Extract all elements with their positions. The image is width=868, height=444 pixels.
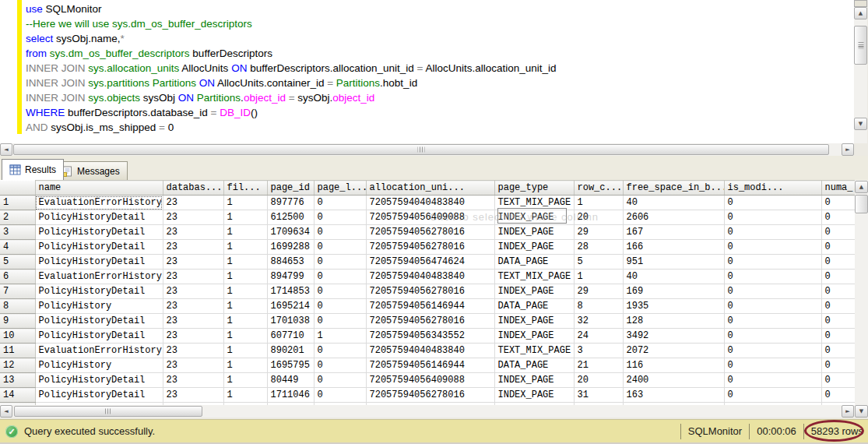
row-number[interactable]: 2 (0, 210, 35, 225)
grid-cell[interactable]: 0 (314, 270, 366, 284)
grid-cell[interactable]: 897776 (267, 196, 314, 210)
grid-cell[interactable]: 40 (623, 270, 724, 284)
grid-cell[interactable]: 72057594056343552 (366, 329, 494, 344)
grid-cell[interactable]: 1 (223, 314, 267, 329)
grid-cell[interactable]: 0 (821, 373, 855, 388)
grid-cell[interactable]: 0 (821, 210, 855, 225)
grid-cell[interactable]: 0 (314, 299, 366, 314)
row-number[interactable]: 1 (0, 196, 35, 210)
row-number[interactable]: 9 (0, 314, 35, 329)
grid-cell[interactable]: 1 (574, 270, 623, 284)
sql-editor[interactable]: use SQLMonitor--Here we will use sys.dm_… (0, 0, 854, 143)
grid-cell[interactable]: 32 (574, 314, 623, 329)
grid-cell[interactable]: 72057594056474624 (366, 255, 494, 270)
grid-cell[interactable]: 40 (623, 196, 724, 210)
grid-cell[interactable]: 0 (314, 284, 366, 299)
grid-column-header[interactable]: page_type (494, 181, 574, 196)
grid-cell[interactable]: 1 (223, 388, 267, 403)
grid-column-header[interactable]: page_id (267, 181, 314, 196)
grid-cell[interactable]: 0 (821, 314, 855, 329)
scroll-up-button[interactable]: ▲ (855, 181, 868, 193)
grid-cell[interactable]: 890201 (267, 344, 314, 358)
grid-cell[interactable]: 3492 (623, 329, 724, 344)
grid-cell[interactable]: PolicyHistoryDetail (35, 240, 163, 255)
grid-cell[interactable]: TEXT_MIX_PAGE (494, 344, 574, 358)
grid-cell[interactable]: PolicyHistoryDetail (35, 329, 163, 344)
grid-cell[interactable]: 0 (314, 255, 366, 270)
grid-cell[interactable]: 0 (821, 225, 855, 240)
grid-cell[interactable]: 1 (223, 255, 267, 270)
grid-cell[interactable]: 23 (163, 225, 223, 240)
grid-cell[interactable]: 1 (223, 225, 267, 240)
grid-cell[interactable]: 884653 (267, 255, 314, 270)
grid-cell[interactable]: 0 (314, 210, 366, 225)
grid-cell[interactable]: 23 (163, 210, 223, 225)
grid-cell[interactable]: 0 (314, 314, 366, 329)
grid-horizontal-scrollbar[interactable]: ◄ ► (0, 405, 855, 418)
row-number[interactable]: 10 (0, 329, 35, 344)
grid-cell[interactable]: DATA_PAGE (494, 299, 574, 314)
grid-cell[interactable]: 1 (223, 299, 267, 314)
grid-cell[interactable]: PolicyHistoryDetail (35, 210, 163, 225)
grid-cell[interactable]: 23 (163, 373, 223, 388)
horizontal-scroll-thumb[interactable] (13, 144, 829, 155)
grid-cell[interactable]: 163 (623, 388, 724, 403)
grid-cell[interactable]: 72057594056278016 (366, 225, 494, 240)
grid-cell[interactable]: 2400 (623, 373, 724, 388)
grid-cell[interactable]: 72057594056146944 (366, 358, 494, 373)
grid-column-header[interactable]: free_space_in_b... (623, 181, 724, 196)
row-number[interactable]: 13 (0, 373, 35, 388)
grid-cell[interactable]: 0 (821, 196, 855, 210)
grid-cell[interactable]: 23 (163, 314, 223, 329)
grid-cell[interactable]: 72057594056278016 (366, 284, 494, 299)
grid-cell[interactable]: 0 (314, 344, 366, 358)
grid-cell[interactable]: 20 (574, 373, 623, 388)
grid-cell[interactable]: 23 (163, 284, 223, 299)
grid-cell[interactable]: 2606 (623, 210, 724, 225)
row-number[interactable]: 14 (0, 388, 35, 403)
grid-cell[interactable]: PolicyHistory (35, 358, 163, 373)
grid-cell[interactable]: 894799 (267, 270, 314, 284)
grid-column-header[interactable]: is_modi... (724, 181, 821, 196)
grid-cell[interactable]: 72057594056278016 (366, 388, 494, 403)
grid-cell[interactable]: 0 (314, 358, 366, 373)
grid-cell[interactable]: 0 (821, 358, 855, 373)
grid-cell[interactable]: 24 (574, 329, 623, 344)
grid-cell[interactable]: 0 (724, 255, 821, 270)
grid-select-all-corner[interactable] (0, 181, 35, 196)
grid-cell[interactable]: 21 (574, 358, 623, 373)
grid-cell[interactable]: 0 (724, 299, 821, 314)
sql-code[interactable]: use SQLMonitor--Here we will use sys.dm_… (26, 2, 851, 135)
grid-cell[interactable]: 1711046 (267, 388, 314, 403)
splitter-handle[interactable] (854, 0, 867, 7)
grid-cell[interactable]: 23 (163, 329, 223, 344)
grid-cell[interactable]: 28 (574, 240, 623, 255)
grid-cell[interactable]: 72057594040483840 (366, 270, 494, 284)
row-number[interactable]: 8 (0, 299, 35, 314)
grid-column-header[interactable]: page_l... (314, 181, 366, 196)
grid-cell[interactable]: 23 (163, 270, 223, 284)
grid-cell[interactable]: 72057594040483840 (366, 344, 494, 358)
grid-cell[interactable]: 0 (724, 210, 821, 225)
grid-cell[interactable]: INDEX_PAGE (494, 314, 574, 329)
grid-cell[interactable]: 29 (574, 284, 623, 299)
grid-cell[interactable]: 23 (163, 388, 223, 403)
grid-cell[interactable]: 1 (223, 373, 267, 388)
grid-cell[interactable]: 31 (574, 388, 623, 403)
horizontal-scroll-thumb[interactable] (14, 406, 202, 417)
grid-cell[interactable]: PolicyHistoryDetail (35, 255, 163, 270)
grid-cell[interactable]: INDEX_PAGE (494, 284, 574, 299)
grid-cell[interactable]: 1 (223, 329, 267, 344)
grid-cell[interactable]: 23 (163, 196, 223, 210)
grid-cell[interactable]: 3 (574, 344, 623, 358)
grid-cell[interactable]: 1 (223, 358, 267, 373)
grid-column-header[interactable]: databas... (163, 181, 223, 196)
grid-vertical-scrollbar[interactable]: ▲ ▼ (855, 180, 868, 418)
grid-cell[interactable]: 72057594056146944 (366, 299, 494, 314)
scroll-left-button[interactable]: ◄ (0, 405, 12, 418)
grid-cell[interactable]: DATA_PAGE (494, 358, 574, 373)
grid-cell[interactable]: 29 (574, 225, 623, 240)
scroll-left-button[interactable]: ◄ (0, 143, 12, 156)
row-number[interactable]: 11 (0, 344, 35, 358)
grid-cell[interactable]: INDEX_PAGE (494, 388, 574, 403)
